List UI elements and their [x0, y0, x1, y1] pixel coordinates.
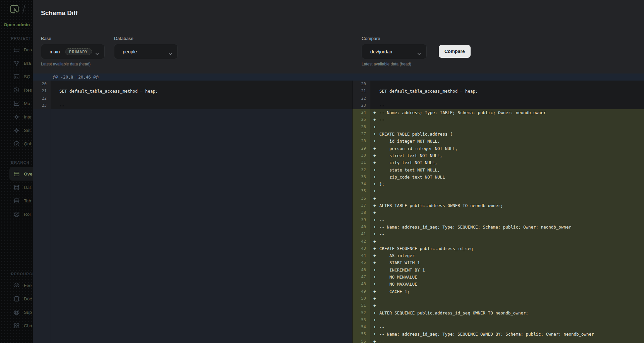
- line-content: [51, 95, 59, 102]
- diff-line-added: 39+--: [353, 216, 644, 224]
- diff-add-sign: +: [370, 245, 379, 252]
- line-content: );: [379, 181, 384, 188]
- diff-line-added: 54+--: [353, 324, 644, 331]
- diff-add-sign: [370, 102, 379, 109]
- line-content: -- Name: address; Type: TABLE; Schema: p…: [379, 109, 546, 116]
- diff-add-sign: +: [370, 238, 379, 245]
- diff-add-sign: +: [370, 195, 379, 202]
- line-content: --: [379, 102, 384, 109]
- sidebar-item-label: Fee: [24, 283, 32, 288]
- diff-line: 21SET default_table_access_method = heap…: [353, 88, 644, 95]
- diff-pane-base[interactable]: 2021SET default_table_access_method = he…: [33, 81, 352, 343]
- base-caption: Latest available data (head): [41, 62, 91, 66]
- neon-logo-icon[interactable]: [9, 4, 19, 14]
- line-number: 43: [353, 245, 370, 252]
- page-title: Schema Diff: [41, 9, 78, 17]
- line-content: --: [51, 102, 64, 109]
- diff-line-added: 43+CREATE SEQUENCE public.address_id_seq: [353, 245, 644, 252]
- diff-line-added: 49+ CACHE 1;: [353, 288, 644, 295]
- sidebar-item-label: Rol: [24, 212, 31, 217]
- schema-diff-viewer: @@ -20,8 +20,46 @@ 2021SET default_table…: [33, 74, 644, 343]
- support-icon: [13, 309, 20, 315]
- line-number: 49: [353, 288, 370, 295]
- branches-icon: [13, 60, 20, 66]
- line-number: 34: [353, 181, 370, 188]
- base-branch-select[interactable]: main PRIMARY: [41, 44, 105, 59]
- primary-badge: PRIMARY: [65, 48, 92, 55]
- chevron-down-icon: [417, 50, 421, 53]
- diff-line-added: 24+-- Name: address; Type: TABLE; Schema…: [353, 109, 644, 116]
- diff-line-added: 44+ AS integer: [353, 252, 644, 259]
- diff-add-sign: +: [370, 166, 379, 174]
- line-number: 48: [353, 281, 370, 288]
- diff-add-sign: +: [370, 159, 379, 166]
- diff-line-added: 53+: [353, 316, 644, 324]
- line-content: NO MAXVALUE: [379, 281, 417, 288]
- diff-line-added: 56+--: [353, 338, 644, 343]
- sidebar-item-label: Das: [24, 47, 32, 52]
- line-content: --: [379, 231, 384, 238]
- diff-line-added: 46+ INCREMENT BY 1: [353, 266, 644, 274]
- hunk-header: @@ -20,8 +20,46 @@: [33, 74, 644, 81]
- sidebar-item-label: Bra: [24, 61, 31, 66]
- breadcrumb-separator: [22, 5, 25, 13]
- line-number: 39: [353, 216, 370, 224]
- compare-branch-select[interactable]: dev/jordan: [362, 44, 427, 59]
- diff-add-sign: +: [370, 309, 379, 316]
- feedback-icon: [13, 282, 20, 289]
- diff-line: 22: [33, 95, 352, 102]
- diff-line-added: 28+ id integer NOT NULL,: [353, 138, 644, 145]
- database-select[interactable]: people: [114, 44, 178, 59]
- line-content: ALTER TABLE public.address OWNER TO neon…: [379, 202, 503, 209]
- compare-button[interactable]: Compare: [439, 45, 471, 58]
- diff-add-sign: +: [370, 274, 379, 281]
- diff-add-sign: +: [370, 181, 379, 188]
- line-number: 20: [353, 81, 370, 88]
- diff-add-sign: +: [370, 131, 379, 138]
- diff-add-sign: +: [370, 259, 379, 266]
- base-label: Base: [41, 36, 51, 41]
- open-admin-link[interactable]: Open admin: [4, 22, 30, 27]
- chevron-down-icon: [95, 50, 99, 53]
- line-content: CREATE SEQUENCE public.address_id_seq: [379, 245, 473, 252]
- diff-line-added: 29+ person_id integer NOT NULL,: [353, 145, 644, 152]
- roles-icon: [13, 211, 20, 217]
- line-number: 23: [353, 102, 370, 109]
- line-content: CACHE 1;: [379, 288, 410, 295]
- diff-line-added: 35+: [353, 188, 644, 195]
- line-content: --: [379, 338, 384, 343]
- sidebar-item-label: Qui: [24, 141, 31, 146]
- line-content: START WITH 1: [379, 259, 420, 266]
- diff-add-sign: +: [370, 316, 379, 324]
- diff-add-sign: +: [370, 281, 379, 288]
- sidebar-item-label: Doc: [24, 296, 32, 301]
- diff-line-added: 42+: [353, 238, 644, 245]
- diff-pane-compare[interactable]: 2021SET default_table_access_method = he…: [352, 81, 644, 343]
- diff-line-added: 33+ zip_code text NOT NULL: [353, 174, 644, 181]
- line-number: 45: [353, 259, 370, 266]
- diff-line-added: 48+ NO MAXVALUE: [353, 281, 644, 288]
- diff-add-sign: +: [370, 231, 379, 238]
- line-number: 30: [353, 152, 370, 159]
- integrations-icon: [13, 114, 20, 120]
- line-number: 31: [353, 159, 370, 166]
- database-value: people: [123, 49, 137, 54]
- diff-line-added: 50+: [353, 295, 644, 302]
- diff-line: 20: [353, 81, 644, 88]
- diff-line-added: 27+CREATE TABLE public.address (: [353, 131, 644, 138]
- diff-add-sign: [370, 95, 379, 102]
- line-number: 44: [353, 252, 370, 259]
- line-number: 22: [353, 95, 370, 102]
- diff-add-sign: +: [370, 188, 379, 195]
- line-number: 22: [33, 95, 51, 102]
- diff-line-added: 26+: [353, 124, 644, 131]
- line-number: 26: [353, 124, 370, 131]
- overview-icon: [13, 171, 20, 177]
- line-number: 35: [353, 188, 370, 195]
- diff-add-sign: +: [370, 152, 379, 159]
- tables-icon: [13, 198, 20, 204]
- diff-line: 22: [353, 95, 644, 102]
- line-number: 51: [353, 302, 370, 309]
- diff-line-added: 51+: [353, 302, 644, 309]
- line-number: 56: [353, 338, 370, 343]
